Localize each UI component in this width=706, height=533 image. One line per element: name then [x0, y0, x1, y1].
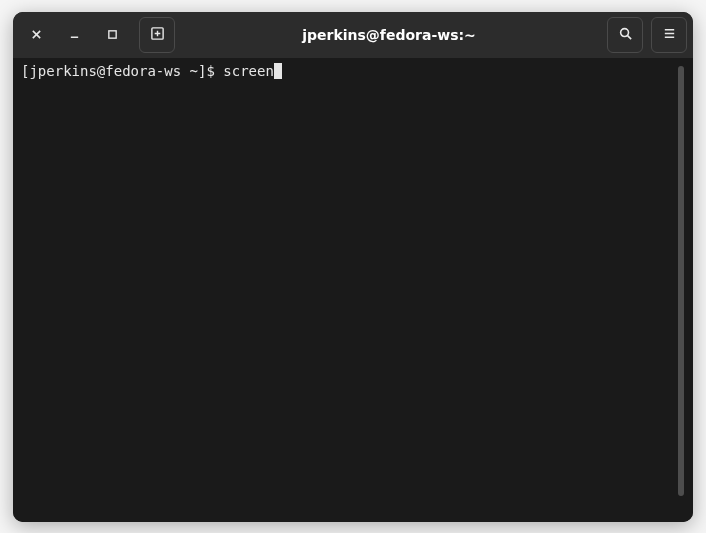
svg-rect-3: [108, 31, 115, 38]
titlebar[interactable]: jperkins@fedora-ws:~: [13, 12, 693, 58]
close-button[interactable]: [19, 18, 53, 52]
maximize-button[interactable]: [95, 18, 129, 52]
svg-line-8: [627, 35, 631, 39]
terminal-window: jperkins@fedora-ws:~ [jperkins@fedora-ws…: [13, 12, 693, 522]
new-tab-icon: [150, 26, 165, 44]
hamburger-menu-icon: [662, 26, 677, 44]
terminal-area[interactable]: [jperkins@fedora-ws ~]$ screen: [13, 58, 693, 522]
terminal-content[interactable]: [jperkins@fedora-ws ~]$ screen: [21, 62, 677, 518]
search-button[interactable]: [607, 17, 643, 53]
minimize-icon: [69, 29, 80, 40]
scrollbar[interactable]: [677, 62, 685, 518]
minimize-button[interactable]: [57, 18, 91, 52]
close-icon: [31, 29, 42, 40]
maximize-icon: [107, 29, 118, 40]
svg-point-7: [620, 28, 628, 36]
menu-button[interactable]: [651, 17, 687, 53]
shell-prompt: [jperkins@fedora-ws ~]$: [21, 63, 223, 79]
text-cursor: [274, 63, 282, 79]
window-title: jperkins@fedora-ws:~: [179, 27, 599, 43]
search-icon: [618, 26, 633, 44]
new-tab-button[interactable]: [139, 17, 175, 53]
scrollbar-thumb[interactable]: [678, 66, 684, 496]
typed-command: screen: [223, 63, 274, 79]
